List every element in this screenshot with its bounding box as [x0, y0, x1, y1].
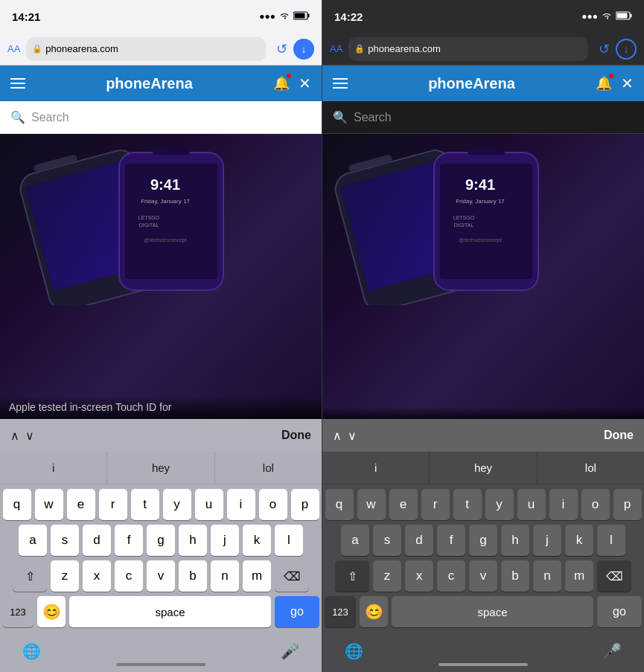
key-e-left[interactable]: e: [67, 489, 95, 520]
key-f-left[interactable]: f: [115, 525, 143, 556]
key-shift-left[interactable]: ⇧: [13, 560, 47, 592]
key-g-right[interactable]: g: [469, 525, 497, 556]
key-h-right[interactable]: h: [501, 525, 529, 556]
hamburger-line: [10, 83, 25, 84]
key-x-left[interactable]: x: [83, 560, 111, 592]
key-u-right[interactable]: u: [517, 489, 546, 520]
key-d-right[interactable]: d: [405, 525, 433, 556]
key-z-left[interactable]: z: [51, 560, 79, 592]
key-123-right[interactable]: 123: [325, 596, 356, 627]
predictive-lol-right[interactable]: lol: [538, 452, 644, 484]
key-h-left[interactable]: h: [179, 525, 207, 556]
toolbar-prev-left[interactable]: ∧: [10, 429, 19, 443]
safari-aa-left[interactable]: AA: [7, 43, 20, 54]
nav-bell-right[interactable]: 🔔: [596, 75, 612, 92]
key-m-right[interactable]: m: [565, 560, 593, 592]
globe-icon-left[interactable]: 🌐: [22, 642, 41, 660]
hamburger-menu-left[interactable]: [10, 78, 25, 89]
key-go-right[interactable]: go: [597, 596, 642, 627]
key-y-left[interactable]: y: [163, 489, 191, 520]
safari-download-left[interactable]: ↓: [293, 39, 314, 60]
key-emoji-right[interactable]: 😊: [360, 596, 388, 627]
predictive-lol-left[interactable]: lol: [215, 452, 322, 484]
key-g-left[interactable]: g: [147, 525, 175, 556]
key-x-right[interactable]: x: [405, 560, 433, 592]
key-c-left[interactable]: c: [115, 560, 143, 592]
globe-icon-right[interactable]: 🌐: [345, 642, 363, 660]
svg-text:Friday, January 17: Friday, January 17: [141, 198, 190, 205]
search-bar-right[interactable]: 🔍 Search: [322, 101, 644, 134]
key-q-left[interactable]: q: [3, 489, 31, 520]
nav-close-right[interactable]: ✕: [621, 74, 634, 92]
key-123-left[interactable]: 123: [2, 596, 34, 627]
key-space-left[interactable]: space: [69, 596, 271, 627]
key-a-left[interactable]: a: [19, 525, 47, 556]
key-delete-right[interactable]: ⌫: [597, 560, 631, 592]
predictive-i-right[interactable]: i: [322, 452, 430, 484]
key-delete-left[interactable]: ⌫: [275, 560, 309, 592]
status-icons-left: ●●●: [259, 11, 310, 22]
hamburger-menu-right[interactable]: [333, 78, 348, 89]
key-u-left[interactable]: u: [195, 489, 223, 520]
key-p-right[interactable]: p: [613, 489, 642, 520]
safari-refresh-left[interactable]: ↺: [276, 41, 287, 57]
toolbar-next-left[interactable]: ∨: [25, 429, 34, 443]
key-b-right[interactable]: b: [501, 560, 529, 592]
key-shift-right[interactable]: ⇧: [335, 560, 369, 592]
key-e-right[interactable]: e: [389, 489, 418, 520]
key-go-left[interactable]: go: [275, 596, 319, 627]
key-z-right[interactable]: z: [373, 560, 401, 592]
safari-refresh-right[interactable]: ↺: [599, 41, 610, 57]
key-c-right[interactable]: c: [437, 560, 465, 592]
key-v-left[interactable]: v: [147, 560, 175, 592]
safari-download-right[interactable]: ↓: [616, 39, 637, 60]
key-w-right[interactable]: w: [357, 489, 386, 520]
key-i-left[interactable]: i: [227, 489, 255, 520]
key-i-right[interactable]: i: [549, 489, 578, 520]
key-j-right[interactable]: j: [533, 525, 561, 556]
key-l-left[interactable]: l: [275, 525, 303, 556]
key-emoji-left[interactable]: 😊: [37, 596, 66, 627]
key-b-left[interactable]: b: [179, 560, 207, 592]
site-nav-right: phoneArena 🔔 ✕: [322, 65, 644, 101]
key-o-left[interactable]: o: [259, 489, 287, 520]
predictive-hey-left[interactable]: hey: [107, 452, 214, 484]
key-y-right[interactable]: y: [485, 489, 514, 520]
key-t-left[interactable]: t: [131, 489, 159, 520]
mic-icon-right[interactable]: 🎤: [603, 642, 622, 660]
toolbar-done-left[interactable]: Done: [281, 429, 311, 442]
key-r-right[interactable]: r: [421, 489, 450, 520]
toolbar-next-right[interactable]: ∨: [348, 429, 357, 443]
key-p-left[interactable]: p: [291, 489, 319, 520]
search-bar-left[interactable]: 🔍 Search: [0, 101, 322, 134]
key-v-right[interactable]: v: [469, 560, 497, 592]
key-w-left[interactable]: w: [35, 489, 63, 520]
key-k-left[interactable]: k: [243, 525, 271, 556]
key-s-right[interactable]: s: [373, 525, 401, 556]
key-o-right[interactable]: o: [581, 489, 610, 520]
mic-icon-left[interactable]: 🎤: [281, 642, 299, 660]
predictive-hey-right[interactable]: hey: [430, 452, 537, 484]
safari-url-box-right[interactable]: 🔒 phonearena.com: [348, 37, 588, 61]
key-m-left[interactable]: m: [243, 560, 271, 592]
key-f-right[interactable]: f: [437, 525, 465, 556]
key-l-right[interactable]: l: [597, 525, 625, 556]
key-k-right[interactable]: k: [565, 525, 593, 556]
nav-bell-left[interactable]: 🔔: [273, 75, 290, 92]
toolbar-prev-right[interactable]: ∧: [333, 429, 342, 443]
key-r-left[interactable]: r: [99, 489, 127, 520]
key-d-left[interactable]: d: [83, 525, 111, 556]
toolbar-done-right[interactable]: Done: [604, 429, 634, 442]
safari-url-box-left[interactable]: 🔒 phonearena.com: [26, 37, 266, 61]
key-a-right[interactable]: a: [341, 525, 369, 556]
key-t-right[interactable]: t: [453, 489, 482, 520]
key-n-left[interactable]: n: [211, 560, 239, 592]
nav-close-left[interactable]: ✕: [299, 74, 311, 92]
key-space-right[interactable]: space: [392, 596, 593, 627]
predictive-i-left[interactable]: i: [0, 452, 107, 484]
key-q-right[interactable]: q: [325, 489, 354, 520]
key-j-left[interactable]: j: [211, 525, 239, 556]
key-s-left[interactable]: s: [51, 525, 79, 556]
key-n-right[interactable]: n: [533, 560, 561, 592]
safari-aa-right[interactable]: AA: [330, 43, 342, 54]
